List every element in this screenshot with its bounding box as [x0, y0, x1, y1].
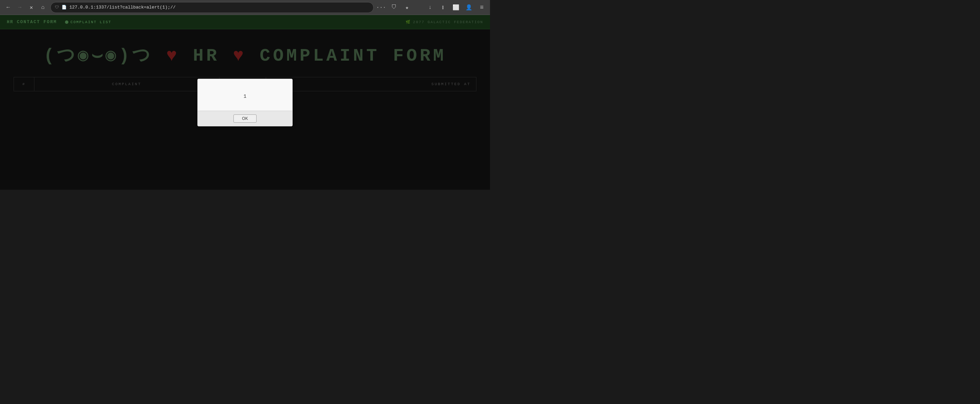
library-button[interactable]: ⫾: [438, 3, 448, 12]
account-button[interactable]: 👤: [464, 3, 474, 12]
modal-footer: OK: [198, 111, 292, 126]
modal-dialog: 1 OK: [197, 79, 293, 126]
download-button[interactable]: ↓: [425, 3, 435, 12]
modal-content: 1: [198, 79, 292, 111]
fullscreen-button[interactable]: ⬜: [451, 3, 461, 12]
security-icon: 🛡: [55, 5, 59, 10]
browser-toolbar: ← → ✕ ⌂ 🛡 📄 ··· ⛉ ★ ↓ ⫾ ⬜ 👤 ≡: [0, 0, 490, 15]
browser-chrome: ← → ✕ ⌂ 🛡 📄 ··· ⛉ ★ ↓ ⫾ ⬜ 👤 ≡: [0, 0, 490, 15]
forward-button[interactable]: →: [15, 3, 24, 12]
browser-actions: ··· ⛉ ★ ↓ ⫾ ⬜ 👤 ≡: [376, 3, 487, 12]
back-button[interactable]: ←: [3, 3, 13, 12]
close-button[interactable]: ✕: [27, 3, 36, 12]
address-bar-container: 🛡 📄: [50, 2, 374, 13]
page-content: HR CONTACT FORM COMPLAINT LIST 🌿 2077 GA…: [0, 15, 490, 190]
modal-message: 1: [243, 94, 247, 99]
bookmark-button[interactable]: ★: [402, 3, 412, 12]
address-bar[interactable]: [69, 5, 369, 10]
page-icon: 📄: [62, 5, 67, 10]
modal-ok-button[interactable]: OK: [234, 115, 256, 123]
pocket-button[interactable]: ⛉: [389, 3, 399, 12]
nav-buttons: ← → ✕ ⌂: [3, 3, 48, 12]
modal-overlay: 1 OK: [0, 15, 490, 190]
menu-button[interactable]: ≡: [477, 3, 487, 12]
more-options-button[interactable]: ···: [376, 3, 386, 12]
home-button[interactable]: ⌂: [38, 3, 48, 12]
